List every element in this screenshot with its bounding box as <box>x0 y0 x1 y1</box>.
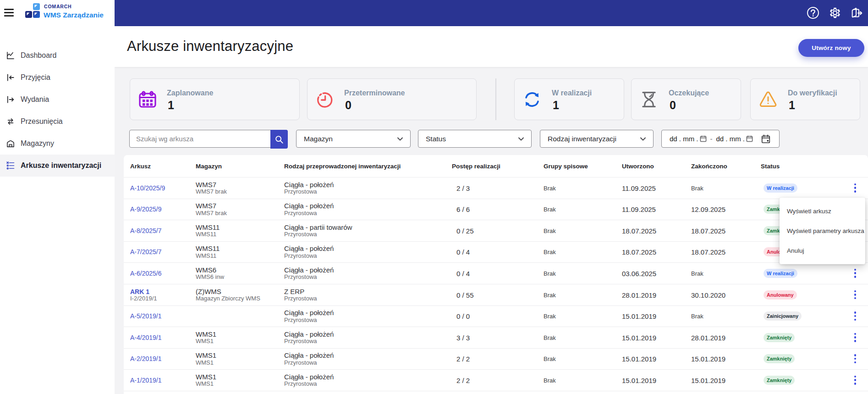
svg-text:COMARCH: COMARCH <box>44 4 71 9</box>
svg-text:WMS Zarządzanie: WMS Zarządzanie <box>44 11 104 19</box>
